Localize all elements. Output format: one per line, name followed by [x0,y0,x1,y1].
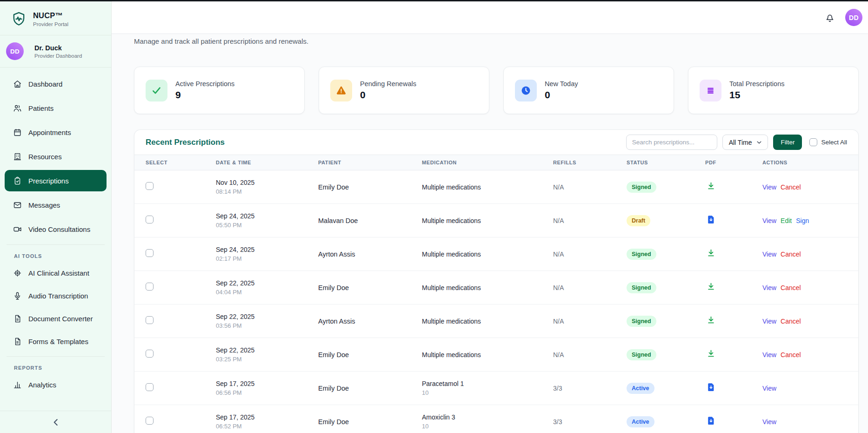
download-icon[interactable] [706,282,716,291]
view-action[interactable]: View [762,250,776,258]
row-refills: N/A [553,284,627,291]
view-action[interactable]: View [762,284,776,291]
download-icon[interactable] [706,181,716,191]
select-all-checkbox[interactable] [809,138,817,146]
check-icon [146,80,167,101]
sidebar-item-label: Dashboard [28,80,62,88]
profile-name: Dr. Duck [34,44,82,52]
sidebar-item-label: Appointments [28,129,71,136]
sidebar-item-analytics[interactable]: Analytics [5,374,107,395]
page-subtitle: Manage and track all patient prescriptio… [134,37,859,45]
stat-label: Active Prescriptions [175,80,234,88]
file-text-icon [13,337,22,346]
row-checkbox[interactable] [146,417,154,425]
view-action[interactable]: View [762,385,776,392]
sidebar-item-label: Prescriptions [28,177,69,185]
search-input[interactable] [626,135,717,150]
sidebar-item-prescriptions[interactable]: Prescriptions [5,170,107,191]
sidebar-item-audio-transcription[interactable]: Audio Transcription [5,285,107,306]
user-avatar[interactable]: DD [845,9,862,26]
sidebar-item-label: Analytics [28,381,56,389]
row-actions: ViewCancel [762,183,847,191]
sidebar-nav: DashboardPatientsAppointmentsResourcesPr… [0,68,111,395]
brand-name: NUCP™ [33,11,68,20]
chevron-left-icon[interactable] [50,416,62,428]
cancel-action[interactable]: Cancel [781,250,801,258]
row-time: 02:17 PM [216,255,318,262]
row-time: 08:14 PM [216,188,318,195]
row-patient: Emily Doe [318,183,422,191]
profile-subtitle: Provider Dashboard [34,53,82,59]
stat-card-active-prescriptions: Active Prescriptions9 [134,67,305,114]
sidebar-item-document-converter[interactable]: Document Converter [5,308,107,329]
table-row: Sep 24, 202502:17 PMAyrton AssisMultiple… [134,237,858,271]
cancel-action[interactable]: Cancel [781,351,801,359]
status-badge: Active [627,416,654,427]
file-download-icon[interactable] [706,215,716,224]
shield-pulse-icon [11,11,27,27]
sidebar-item-label: Resources [28,153,62,161]
mail-icon [13,201,22,210]
status-badge: Active [627,383,654,394]
sidebar-item-ai-clinical-assistant[interactable]: AI Clinical Assistant [5,263,107,283]
column-header-actions: Actions [762,160,847,165]
row-checkbox[interactable] [146,182,154,190]
row-actions: ViewCancel [762,318,847,325]
view-action[interactable]: View [762,418,776,426]
notifications-bell-icon[interactable] [824,12,835,23]
row-medication: Multiple medications [422,250,553,258]
sidebar-item-dashboard[interactable]: Dashboard [5,73,107,95]
row-patient: Emily Doe [318,284,422,291]
file-download-icon[interactable] [706,382,716,392]
row-patient: Emily Doe [318,418,422,426]
row-checkbox[interactable] [146,383,154,391]
sidebar-item-forms-templates[interactable]: Forms & Templates [5,331,107,352]
table-row: Sep 22, 202504:04 PMEmily DoeMultiple me… [134,271,858,304]
sidebar-item-video-consultations[interactable]: Video Consultations [5,218,107,240]
row-refills: 3/3 [553,385,627,392]
sidebar-item-appointments[interactable]: Appointments [5,122,107,143]
row-date: Nov 10, 2025 [216,179,318,186]
cancel-action[interactable]: Cancel [781,318,801,325]
row-date: Sep 22, 2025 [216,346,318,354]
row-medication: Multiple medications [422,284,553,291]
download-icon[interactable] [706,349,716,359]
row-patient: Malavan Doe [318,217,422,224]
row-checkbox[interactable] [146,283,154,291]
row-actions: ViewCancel [762,284,847,291]
table-row: Nov 10, 202508:14 PMEmily DoeMultiple me… [134,170,858,204]
file-download-icon[interactable] [706,416,716,426]
sidebar-item-messages[interactable]: Messages [5,194,107,216]
calendar-icon [13,128,22,137]
time-filter-select[interactable]: All Time [722,135,768,150]
cancel-action[interactable]: Cancel [781,183,801,191]
row-actions: ViewCancel [762,250,847,258]
view-action[interactable]: View [762,217,776,224]
sidebar-item-resources[interactable]: Resources [5,146,107,167]
file-text-icon [13,314,22,323]
row-checkbox[interactable] [146,350,154,358]
chip-icon [13,269,22,277]
download-icon[interactable] [706,315,716,325]
row-date: Sep 17, 2025 [216,413,318,421]
cancel-action[interactable]: Cancel [781,284,801,291]
stat-value: 0 [545,89,578,101]
sidebar-item-patients[interactable]: Patients [5,97,107,119]
stat-card-pending-renewals: Pending Renewals0 [319,67,489,114]
stats-row: Active Prescriptions9Pending Renewals0Ne… [134,67,859,114]
view-action[interactable]: View [762,318,776,325]
row-checkbox[interactable] [146,249,154,257]
column-header-select: Select [146,160,216,165]
download-icon[interactable] [706,248,716,258]
row-patient: Emily Doe [318,351,422,359]
row-medication: Amoxiclin 3 [422,413,553,421]
sign-action[interactable]: Sign [796,217,809,224]
row-patient: Ayrton Assis [318,318,422,325]
view-action[interactable]: View [762,351,776,359]
filter-button[interactable]: Filter [773,135,802,150]
view-action[interactable]: View [762,183,776,191]
edit-action[interactable]: Edit [781,217,792,224]
column-header-refills: Refills [553,160,627,165]
row-checkbox[interactable] [146,316,154,324]
row-checkbox[interactable] [146,216,154,223]
